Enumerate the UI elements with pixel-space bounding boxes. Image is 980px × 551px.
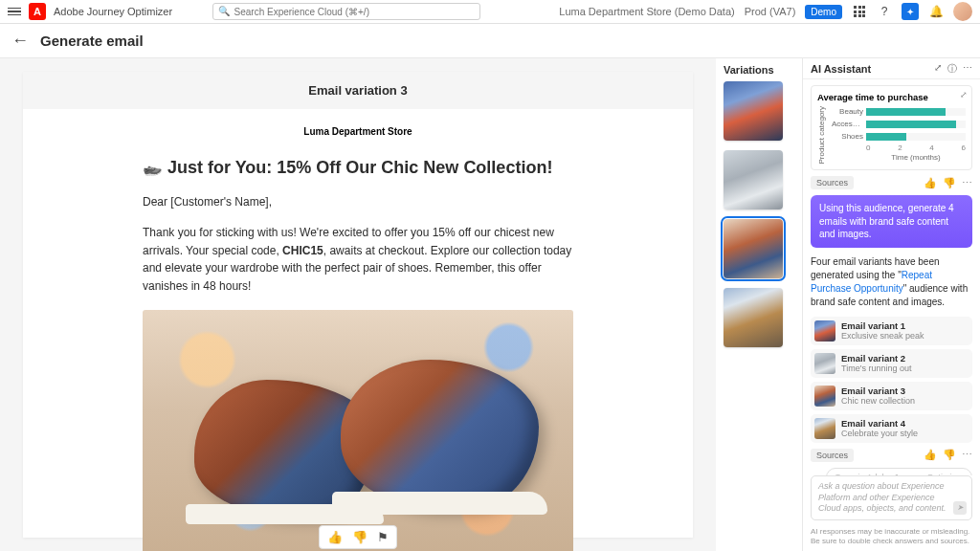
chart-thumbs-down[interactable]: 👎 [943,177,956,189]
email-body-text: Thank you for sticking with us! We're ex… [143,224,573,295]
variant-subtitle: Time's running out [841,364,911,373]
variant-subtitle: Chic new collection [841,396,915,406]
response-thumbs-down[interactable]: 👎 [943,449,956,461]
back-button[interactable]: ← [11,31,29,51]
variant-list: Email variant 1Exclusive sneak peakEmail… [811,317,972,443]
variant-thumb [814,418,835,439]
variant-thumb [814,320,835,342]
help-icon[interactable]: ? [877,4,892,19]
variant-thumb [814,353,835,374]
org-name[interactable]: Luma Department Store (Demo Data) [559,6,734,17]
variant-card-2[interactable]: Email variant 2Time's running out [811,349,972,378]
chart-more-icon[interactable]: ⋯ [962,177,972,189]
email-headline: 👟 Just for You: 15% Off Our Chic New Col… [143,158,573,178]
variant-thumb [814,386,835,407]
email-canvas: Email variation 3 Luma Department Store … [0,58,716,551]
response-thumbs-up[interactable]: 👍 [924,449,937,461]
variation-thumbnail-3[interactable] [724,219,783,278]
thumbs-up-button[interactable]: 👍 [327,530,343,544]
variant-subtitle: Celebrate your style [841,429,918,438]
chart-x-label: Time (months) [832,153,966,162]
page-header: ← Generate email [0,24,980,58]
thumbs-down-button[interactable]: 👎 [352,530,368,544]
main-menu-button[interactable] [8,8,21,16]
variant-subtitle: Exclusive sneak peak [841,331,924,341]
user-avatar[interactable] [953,2,972,21]
variant-card-4[interactable]: Email variant 4Celebrate your style [811,414,972,443]
panel-info-icon[interactable]: ⓘ [947,62,957,76]
global-topbar: A Adobe Journey Optimizer 🔍 Luma Departm… [0,0,980,24]
send-button[interactable]: ➤ [953,501,967,515]
variant-card-1[interactable]: Email variant 1Exclusive sneak peak [811,317,972,345]
shoe-icon: 👟 [140,156,164,180]
page-title: Generate email [40,33,144,49]
chart-y-label: Product category [817,106,826,164]
image-feedback-toolbar: 👍 👎 ⚑ [319,525,397,549]
global-search-input[interactable] [212,3,480,20]
ai-disclaimer: AI responses may be inaccurate or mislea… [803,524,980,551]
variations-sidebar: Variations [716,58,802,551]
ai-prompt-input[interactable]: Ask a question about Experience Platform… [811,475,972,520]
variations-title: Variations [724,64,794,76]
ai-assistant-icon[interactable]: ✦ [902,3,919,20]
chart-expand-icon[interactable]: ⤢ [960,90,968,99]
assistant-message: Four email variants have been generated … [811,255,972,309]
variant-name: Email variant 1 [841,320,924,331]
variation-thumbnail-4[interactable] [724,288,783,347]
expand-panel-icon[interactable]: ⤢ [934,62,942,76]
chart-thumbs-up[interactable]: 👍 [924,177,937,189]
email-variation-label: Email variation 3 [23,72,693,109]
chart-plot: Beauty Accesso... Shoes 0246 Time (month… [832,106,966,164]
promo-code: CHIC15 [282,244,323,257]
headline-text: Just for You: 15% Off Our Chic New Colle… [167,158,552,178]
open-in-ajo-button[interactable]: Open in Adobe Journey Optimizer [826,468,972,475]
search-icon: 🔍 [218,6,230,16]
app-name: Adobe Journey Optimizer [54,6,172,17]
demo-badge: Demo [805,5,842,19]
chart-title: Average time to purchase [817,92,966,102]
adobe-logo: A [29,3,46,20]
variant-name: Email variant 3 [841,386,915,396]
chart-card: ⤢ Average time to purchase Product categ… [811,85,972,170]
variation-thumbnail-1[interactable] [724,81,783,141]
response-more-icon[interactable]: ⋯ [962,449,972,461]
notifications-icon[interactable]: 🔔 [928,4,944,19]
ai-assistant-panel: AI Assistant ⤢ ⓘ ⋯ ⤢ Average time to pur… [802,58,980,551]
user-message: Using this audience, generate 4 emails w… [811,195,972,248]
variant-card-3[interactable]: Email variant 3Chic new collection [811,382,972,410]
email-greeting: Dear [Customer's Name], [143,195,573,209]
variation-thumbnail-2[interactable] [724,150,783,209]
ai-panel-title: AI Assistant [811,63,871,75]
env-name: Prod (VA7) [745,6,796,17]
variant-name: Email variant 2 [841,353,911,364]
variant-name: Email variant 4 [841,418,918,429]
email-brand: Luma Department Store [143,126,573,137]
flag-button[interactable]: ⚑ [377,530,389,544]
email-hero-image[interactable]: 👍 👎 ⚑ [143,310,573,551]
email-preview: Email variation 3 Luma Department Store … [23,72,693,538]
apps-switcher-icon[interactable] [852,4,867,19]
sources-chip[interactable]: Sources [811,176,854,189]
sources-chip-2[interactable]: Sources [811,449,854,462]
panel-more-icon[interactable]: ⋯ [963,62,972,76]
